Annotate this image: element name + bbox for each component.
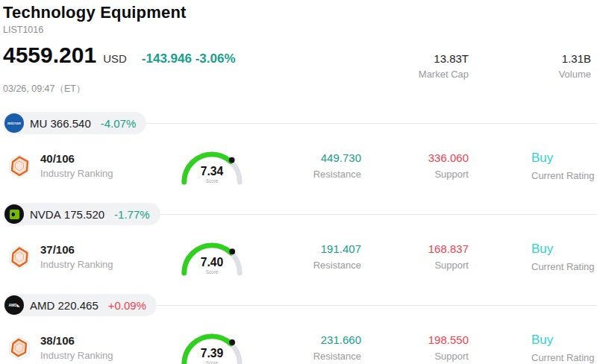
- svg-text:Score: Score: [206, 269, 219, 274]
- score-gauge-block: 7.34 Score: [173, 144, 251, 188]
- index-price: 4559.201: [3, 43, 96, 68]
- radar-badge-icon: [6, 243, 33, 270]
- page-title: Technology Equipment: [3, 3, 594, 22]
- resistance-block: 449.730 Resistance: [251, 151, 361, 180]
- stock-data-row: 37/106 Industry Ranking 7.40 Score 191.4…: [0, 236, 597, 277]
- support-label: Support: [361, 169, 469, 180]
- industry-ranking-block: 40/106 Industry Ranking: [0, 152, 173, 179]
- svg-text:7.39: 7.39: [201, 347, 224, 360]
- ticker-row: micron MU 366.540 -4.07%: [0, 112, 597, 134]
- industry-ranking-block: 38/106 Industry Ranking: [0, 334, 173, 361]
- resistance-label: Resistance: [251, 169, 361, 180]
- divider-line: [160, 214, 597, 215]
- volume-label: Volume: [469, 69, 591, 80]
- volume-value: 1.31B: [469, 52, 591, 65]
- support-block: 168.837 Support: [361, 242, 469, 271]
- rank-value: 37/106: [40, 243, 113, 256]
- resistance-label: Resistance: [251, 351, 361, 362]
- svg-text:Score: Score: [206, 360, 219, 364]
- divider-line: [146, 123, 597, 124]
- resistance-value: 191.407: [251, 242, 361, 255]
- radar-badge-icon: [6, 334, 33, 361]
- score-gauge-block: 7.40 Score: [173, 235, 251, 279]
- ticker-row: AMD◣ AMD 220.465 +0.09%: [0, 294, 597, 316]
- stock-section-amd: AMD◣ AMD 220.465 +0.09% 38/106 Industry …: [0, 294, 597, 364]
- price-row: 4559.201 USD -143.946 -3.06% 13.83T Mark…: [3, 43, 594, 80]
- ticker-pill-nvda[interactable]: NVDA 175.520 -1.77%: [3, 203, 160, 225]
- resistance-label: Resistance: [251, 260, 361, 271]
- resistance-block: 231.660 Resistance: [251, 333, 361, 362]
- ticker-pill-amd[interactable]: AMD◣ AMD 220.465 +0.09%: [3, 294, 157, 316]
- buy-rating-link[interactable]: Buy: [531, 151, 595, 166]
- score-gauge: 7.34 Score: [175, 144, 249, 188]
- score-gauge-block: 7.39 Score: [173, 326, 251, 364]
- index-change: -143.946 -3.06%: [142, 51, 236, 66]
- stock-data-row: 38/106 Industry Ranking 7.39 Score 231.6…: [0, 327, 597, 364]
- resistance-value: 449.730: [251, 151, 361, 164]
- stock-section-nvda: NVDA 175.520 -1.77% 37/106 Industry Rank…: [0, 203, 597, 277]
- ticker-symbol-price: AMD 220.465: [30, 299, 99, 312]
- buy-rating-link[interactable]: Buy: [531, 333, 595, 348]
- divider-line: [157, 305, 597, 306]
- svg-text:7.34: 7.34: [201, 165, 224, 178]
- list-code: LIST1016: [3, 25, 594, 35]
- rating-label: Current Rating: [531, 352, 595, 363]
- rank-label: Industry Ranking: [40, 259, 113, 270]
- resistance-block: 191.407 Resistance: [251, 242, 361, 271]
- ticker-change: +0.09%: [108, 299, 146, 312]
- score-gauge: 7.40 Score: [175, 235, 249, 279]
- radar-badge-icon: [6, 152, 33, 179]
- stock-data-row: 40/106 Industry Ranking 7.34 Score 449.7…: [0, 145, 597, 186]
- ticker-symbol-price: NVDA 175.520: [30, 208, 104, 221]
- ticker-change: -1.77%: [114, 208, 150, 221]
- ticker-change: -4.07%: [101, 117, 137, 130]
- ticker-row: NVDA 175.520 -1.77%: [0, 203, 597, 225]
- industry-ranking-block: 37/106 Industry Ranking: [0, 243, 173, 270]
- market-cap-label: Market Cap: [419, 69, 469, 80]
- resistance-value: 231.660: [251, 333, 361, 346]
- support-label: Support: [361, 351, 469, 362]
- svg-text:7.40: 7.40: [201, 256, 224, 269]
- support-value: 198.550: [361, 333, 469, 346]
- svg-text:Score: Score: [206, 178, 219, 183]
- rank-value: 40/106: [40, 152, 113, 165]
- rating-block: Buy Current Rating: [531, 151, 595, 181]
- rank-label: Industry Ranking: [40, 350, 113, 361]
- rating-label: Current Rating: [531, 261, 595, 272]
- rank-label: Industry Ranking: [40, 168, 113, 179]
- micron-logo-icon: micron: [4, 113, 24, 133]
- support-block: 336.060 Support: [361, 151, 469, 180]
- rating-block: Buy Current Rating: [531, 333, 595, 363]
- quote-timestamp: 03/26, 09:47（ET）: [3, 83, 594, 95]
- rating-label: Current Rating: [531, 170, 595, 181]
- market-cap-value: 13.83T: [419, 52, 469, 65]
- support-label: Support: [361, 260, 469, 271]
- sector-header: Technology Equipment LIST1016 4559.201 U…: [0, 0, 597, 95]
- volume-stat: 1.31B Volume: [469, 52, 594, 80]
- amd-logo-icon: AMD◣: [4, 295, 24, 315]
- score-gauge: 7.39 Score: [175, 326, 249, 364]
- rating-block: Buy Current Rating: [531, 242, 595, 272]
- ticker-pill-mu[interactable]: micron MU 366.540 -4.07%: [3, 112, 146, 134]
- buy-rating-link[interactable]: Buy: [531, 242, 595, 257]
- support-value: 336.060: [361, 151, 469, 164]
- support-value: 168.837: [361, 242, 469, 255]
- currency-label: USD: [103, 52, 127, 65]
- support-block: 198.550 Support: [361, 333, 469, 362]
- stock-section-mu: micron MU 366.540 -4.07% 40/106 Industry…: [0, 112, 597, 186]
- market-cap-stat: 13.83T Market Cap: [419, 52, 469, 80]
- nvidia-logo-icon: [4, 204, 24, 224]
- rank-value: 38/106: [40, 334, 113, 347]
- ticker-symbol-price: MU 366.540: [30, 117, 91, 130]
